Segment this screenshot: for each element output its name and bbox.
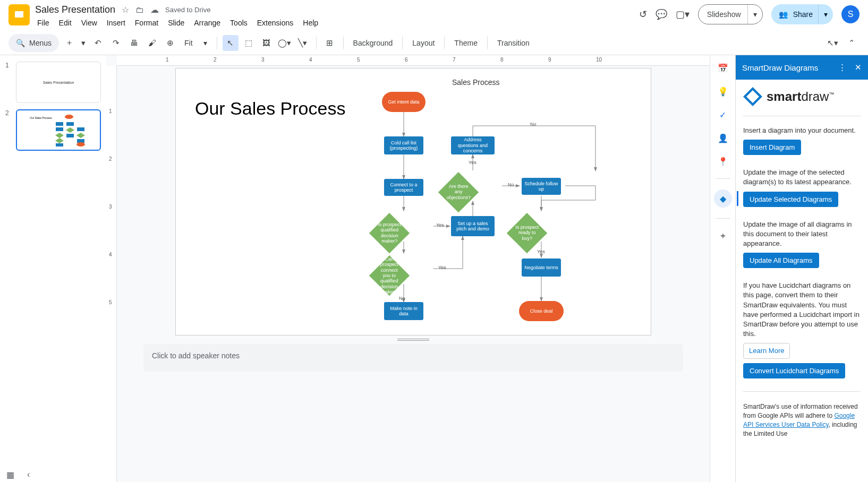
header-actions: ↺ 💬 ▢▾ Slideshow ▾ 👥 Share ▾ S xyxy=(639,4,860,24)
filmstrip-slide-1[interactable]: 1 Sales Presentation xyxy=(5,62,101,103)
update-all-button[interactable]: Update All Diagrams xyxy=(743,253,819,268)
meet-icon[interactable]: ▢▾ xyxy=(676,8,690,20)
transition-button[interactable]: Transition xyxy=(493,39,534,47)
slide-heading[interactable]: Our Sales Process xyxy=(195,98,345,119)
addon-header: SmartDraw Diagrams ⋮ ✕ xyxy=(736,55,868,80)
speaker-notes[interactable]: Click to add speaker notes xyxy=(143,344,683,372)
convert-lucidchart-button[interactable]: Convert Lucidchart Diagrams xyxy=(743,363,845,378)
line-tool[interactable]: ╲▾ xyxy=(295,35,311,51)
bottom-controls: ▦ ‹ xyxy=(6,470,30,480)
addon-title: SmartDraw Diagrams xyxy=(742,63,818,72)
addon-menu-icon[interactable]: ⋮ xyxy=(838,63,846,72)
shape-close-deal: Close deal xyxy=(519,301,564,321)
logo-tm: ™ xyxy=(829,91,834,97)
menus-search-label: Menus xyxy=(29,39,52,47)
account-avatar[interactable]: S xyxy=(841,5,860,23)
ruler-tick: 3 xyxy=(261,57,265,63)
pointer-mode-icon[interactable]: ↖▾ xyxy=(824,35,840,51)
share-dropdown-icon[interactable]: ▾ xyxy=(818,5,833,24)
shape-tool[interactable]: ◯▾ xyxy=(277,35,293,51)
menus-search[interactable]: 🔍 Menus xyxy=(8,34,59,52)
maps-icon[interactable]: 📍 xyxy=(717,155,729,168)
shape-make-note: Make note in data xyxy=(384,302,423,320)
slide-number: 2 xyxy=(5,109,12,151)
menu-extensions[interactable]: Extensions xyxy=(257,19,293,27)
menu-arrange[interactable]: Arrange xyxy=(194,19,220,27)
grid-view-icon[interactable]: ▦ xyxy=(6,470,14,480)
canvas-area[interactable]: Our Sales Process Sales Process xyxy=(106,66,710,482)
select-tool[interactable]: ↖ xyxy=(223,35,239,51)
menu-view[interactable]: View xyxy=(81,19,97,27)
learn-more-link[interactable]: Learn More xyxy=(743,343,790,359)
shape-follow-up: Schedule follow up xyxy=(522,178,561,195)
insert-diagram-button[interactable]: Insert Diagram xyxy=(743,140,801,155)
ruler-tick: 5 xyxy=(357,57,360,63)
filmstrip: 1 Sales Presentation 2 Our Sales Process… xyxy=(0,55,106,482)
layout-button[interactable]: Layout xyxy=(408,39,439,47)
filmstrip-slide-2[interactable]: 2 Our Sales Process xyxy=(5,109,101,151)
slideshow-button[interactable]: Slideshow ▾ xyxy=(698,4,763,24)
shape-label: Schedule follow up xyxy=(524,181,559,192)
menu-tools[interactable]: Tools xyxy=(230,19,248,27)
comment-add-icon[interactable]: ⊞ xyxy=(322,35,338,51)
history-icon[interactable]: ↺ xyxy=(639,8,647,20)
keep-icon[interactable]: 💡 xyxy=(717,85,729,98)
tasks-icon[interactable]: ✓ xyxy=(717,108,729,121)
textbox-tool[interactable]: ⬚ xyxy=(241,35,257,51)
update-selected-button[interactable]: Update Selected Diagrams xyxy=(743,192,838,207)
shape-ready-to-buy: Is prospect ready to buy? xyxy=(507,213,547,253)
menu-slide[interactable]: Slide xyxy=(168,19,184,27)
ruler-tick: 6 xyxy=(405,57,408,63)
ruler-tick: 4 xyxy=(309,57,312,63)
image-tool[interactable]: 🖼 xyxy=(259,35,275,51)
get-addons-icon[interactable]: ＋ xyxy=(717,229,729,242)
diagram-title: Sales Process xyxy=(452,78,499,87)
theme-button[interactable]: Theme xyxy=(450,39,482,47)
svg-point-15 xyxy=(76,142,85,147)
paint-format-button[interactable]: 🖌 xyxy=(144,35,160,51)
contacts-icon[interactable]: 👤 xyxy=(717,132,729,144)
zoom-select[interactable]: Fit ▾ xyxy=(180,39,211,47)
menu-help[interactable]: Help xyxy=(303,19,318,27)
main-area: 1 Sales Presentation 2 Our Sales Process… xyxy=(0,55,868,482)
hide-menus-icon[interactable]: ⌃ xyxy=(844,35,860,51)
cloud-saved-icon[interactable]: ☁ xyxy=(150,5,159,15)
ruler-tick: 1 xyxy=(166,57,169,63)
title-block: Sales Presentation ☆ 🗀 ☁ Saved to Drive … xyxy=(35,4,639,27)
label-no: No xyxy=(399,296,405,301)
comments-icon[interactable]: 💬 xyxy=(656,8,667,20)
menu-file[interactable]: File xyxy=(37,19,49,27)
menu-format[interactable]: Format xyxy=(135,19,158,27)
undo-button[interactable]: ↶ xyxy=(90,35,106,51)
smartdraw-panel: SmartDraw Diagrams ⋮ ✕ smartdraw™ Insert… xyxy=(735,55,868,482)
new-slide-dropdown-icon[interactable]: ▾ xyxy=(79,35,88,51)
background-button[interactable]: Background xyxy=(349,39,397,47)
document-title[interactable]: Sales Presentation xyxy=(35,4,115,15)
redo-button[interactable]: ↷ xyxy=(108,35,124,51)
shape-address-questions: Address questions and concerns xyxy=(451,136,495,154)
app-logo[interactable] xyxy=(8,4,30,25)
star-icon[interactable]: ☆ xyxy=(122,5,129,15)
notes-resize-handle[interactable] xyxy=(397,339,429,341)
collapse-icon[interactable]: ‹ xyxy=(27,470,30,480)
separator xyxy=(402,37,403,49)
slide-canvas[interactable]: Our Sales Process Sales Process xyxy=(175,68,651,335)
separator xyxy=(217,37,217,49)
svg-text:Our Sales Process: Our Sales Process xyxy=(30,116,52,119)
label-no: No xyxy=(508,182,514,187)
ruler-tick: 9 xyxy=(548,57,551,63)
smartdraw-addon-icon[interactable]: ◆ xyxy=(714,190,732,208)
zoom-tool-icon[interactable]: ⊕ xyxy=(162,35,178,51)
move-icon[interactable]: 🗀 xyxy=(135,5,144,15)
separator xyxy=(487,37,488,49)
calendar-icon[interactable]: 📅 xyxy=(717,62,729,74)
slideshow-dropdown-icon[interactable]: ▾ xyxy=(747,5,762,24)
addon-close-icon[interactable]: ✕ xyxy=(855,63,862,72)
slideshow-label: Slideshow xyxy=(707,10,741,19)
new-slide-button[interactable]: ＋ xyxy=(61,35,77,51)
save-status[interactable]: Saved to Drive xyxy=(165,6,210,14)
menu-insert[interactable]: Insert xyxy=(107,19,125,27)
print-button[interactable]: 🖶 xyxy=(126,35,142,51)
menu-edit[interactable]: Edit xyxy=(59,19,72,27)
share-button[interactable]: 👥 Share ▾ xyxy=(771,4,833,24)
